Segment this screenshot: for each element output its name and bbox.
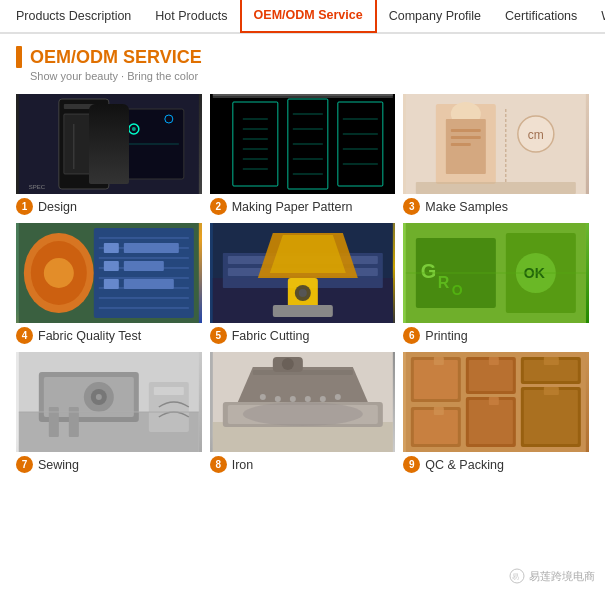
svg-text:SPEC: SPEC	[29, 184, 46, 190]
section-title-accent	[16, 46, 22, 68]
svg-text:O: O	[452, 282, 463, 298]
svg-rect-2	[64, 104, 104, 109]
svg-text:易: 易	[512, 573, 519, 580]
label-printing: 6 Printing	[403, 327, 589, 344]
svg-rect-129	[544, 357, 559, 365]
nav-item-why-cho[interactable]: Why Cho	[589, 0, 605, 33]
svg-point-103	[281, 358, 293, 370]
section-subtitle: Show your beauty · Bring the color	[16, 70, 589, 82]
label-fabric-cutting: 5 Fabric Cutting	[210, 327, 396, 344]
grid-item-paper-pattern: 2 Making Paper Pattern	[210, 94, 396, 215]
image-paper-pattern	[210, 94, 396, 194]
label-printing-text: Printing	[425, 329, 467, 343]
label-fabric-quality-text: Fabric Quality Test	[38, 329, 141, 343]
svg-rect-60	[124, 261, 164, 271]
svg-point-47	[44, 258, 74, 288]
svg-rect-39	[451, 143, 471, 146]
svg-point-72	[298, 289, 306, 297]
image-samples: cm	[403, 94, 589, 194]
svg-rect-37	[451, 129, 481, 132]
image-iron	[210, 352, 396, 452]
watermark-icon: 易	[509, 568, 525, 584]
grid-item-fabric-quality: 4 Fabric Quality Test	[16, 223, 202, 344]
watermark-text: 易莲跨境电商	[529, 569, 595, 584]
section-title-text: OEM/ODM SERVICE	[30, 47, 202, 68]
nav-item-products-desc[interactable]: Products Description	[4, 0, 143, 33]
svg-point-110	[334, 394, 340, 400]
svg-rect-61	[104, 279, 119, 289]
main-content: OEM/ODM SERVICE Show your beauty · Bring…	[0, 34, 605, 483]
step-1: 1	[16, 198, 33, 215]
grid-item-fabric-cutting: 5 Fabric Cutting	[210, 223, 396, 344]
svg-rect-73	[272, 305, 332, 317]
label-fabric-quality: 4 Fabric Quality Test	[16, 327, 202, 344]
step-6: 6	[403, 327, 420, 344]
image-fabric-cutting	[210, 223, 396, 323]
svg-rect-126	[489, 357, 499, 365]
label-iron: 8 Iron	[210, 456, 396, 473]
step-4: 4	[16, 327, 33, 344]
svg-rect-120	[544, 387, 559, 395]
svg-point-107	[289, 396, 295, 402]
svg-rect-36	[446, 119, 486, 174]
svg-rect-119	[524, 390, 578, 444]
svg-point-106	[274, 396, 280, 402]
svg-rect-3	[64, 114, 104, 174]
image-sewing	[16, 352, 202, 452]
image-qc	[403, 352, 589, 452]
grid-item-samples: cm 3 Make Samples	[403, 94, 589, 215]
nav-bar: Products Description Hot Products OEM/OD…	[0, 0, 605, 34]
step-5: 5	[210, 327, 227, 344]
nav-item-hot-products[interactable]: Hot Products	[143, 0, 239, 33]
grid-item-design: SPEC 1 Design	[16, 94, 202, 215]
svg-rect-104	[252, 370, 352, 375]
grid-item-printing: G R O OK 6 Printing	[403, 223, 589, 344]
grid-item-sewing: 7 Sewing	[16, 352, 202, 473]
svg-rect-123	[434, 357, 444, 365]
svg-point-100	[242, 402, 362, 426]
label-design: 1 Design	[16, 198, 202, 215]
svg-text:R: R	[438, 274, 450, 291]
svg-point-109	[319, 396, 325, 402]
label-qc: 9 QC & Packing	[403, 456, 589, 473]
svg-marker-69	[269, 235, 345, 273]
svg-rect-48	[94, 228, 194, 318]
label-paper-pattern: 2 Making Paper Pattern	[210, 198, 396, 215]
grid-item-qc: 9 QC & Packing	[403, 352, 589, 473]
nav-item-oem-odm[interactable]: OEM/ODM Service	[240, 0, 377, 33]
image-design: SPEC	[16, 94, 202, 194]
watermark: 易 易莲跨境电商	[509, 568, 595, 584]
step-9: 9	[403, 456, 420, 473]
svg-point-105	[259, 394, 265, 400]
service-grid: SPEC 1 Design	[16, 94, 589, 473]
svg-rect-57	[104, 243, 119, 253]
label-sewing: 7 Sewing	[16, 456, 202, 473]
svg-text:cm: cm	[528, 128, 544, 142]
svg-point-92	[96, 394, 102, 400]
step-2: 2	[210, 198, 227, 215]
label-paper-pattern-text: Making Paper Pattern	[232, 200, 353, 214]
svg-rect-113	[414, 410, 458, 444]
label-design-text: Design	[38, 200, 77, 214]
label-samples-text: Make Samples	[425, 200, 508, 214]
label-fabric-cutting-text: Fabric Cutting	[232, 329, 310, 343]
label-samples: 3 Make Samples	[403, 198, 589, 215]
svg-rect-32	[212, 94, 392, 96]
svg-text:G: G	[421, 260, 437, 282]
svg-rect-94	[154, 387, 184, 395]
nav-item-certifications[interactable]: Certifications	[493, 0, 589, 33]
svg-rect-58	[124, 243, 179, 253]
svg-rect-122	[414, 360, 458, 399]
grid-item-iron: 8 Iron	[210, 352, 396, 473]
svg-rect-114	[434, 407, 444, 415]
svg-rect-116	[469, 400, 513, 444]
label-qc-text: QC & Packing	[425, 458, 504, 472]
image-printing: G R O OK	[403, 223, 589, 323]
image-fabric-quality	[16, 223, 202, 323]
nav-item-company-profile[interactable]: Company Profile	[377, 0, 493, 33]
step-7: 7	[16, 456, 33, 473]
step-3: 3	[403, 198, 420, 215]
svg-rect-62	[124, 279, 174, 289]
label-iron-text: Iron	[232, 458, 254, 472]
svg-rect-59	[104, 261, 119, 271]
